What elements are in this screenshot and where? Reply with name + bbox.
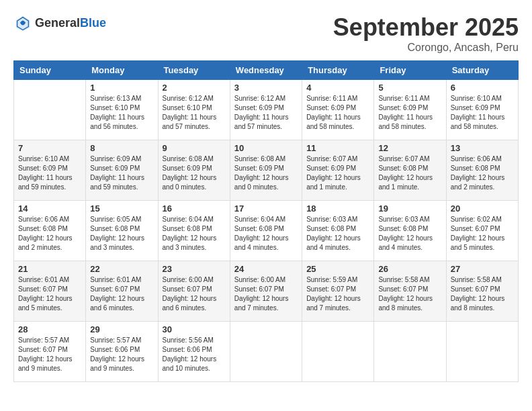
day-info: Sunrise: 6:08 AMSunset: 6:09 PMDaylight:… bbox=[234, 154, 298, 192]
day-number: 30 bbox=[163, 324, 226, 334]
day-info: Sunrise: 6:11 AMSunset: 6:09 PMDaylight:… bbox=[378, 94, 441, 132]
calendar-cell: 6Sunrise: 6:10 AMSunset: 6:09 PMDaylight… bbox=[446, 80, 518, 140]
calendar-cell: 12Sunrise: 6:07 AMSunset: 6:08 PMDayligh… bbox=[374, 140, 446, 201]
calendar-cell: 20Sunrise: 6:02 AMSunset: 6:07 PMDayligh… bbox=[446, 201, 518, 261]
day-number: 12 bbox=[378, 143, 441, 153]
calendar-cell: 16Sunrise: 6:04 AMSunset: 6:08 PMDayligh… bbox=[158, 201, 230, 261]
calendar-cell: 29Sunrise: 5:57 AMSunset: 6:06 PMDayligh… bbox=[86, 322, 158, 382]
calendar-cell: 19Sunrise: 6:03 AMSunset: 6:08 PMDayligh… bbox=[374, 201, 446, 261]
calendar-cell: 25Sunrise: 5:59 AMSunset: 6:07 PMDayligh… bbox=[302, 261, 374, 322]
calendar-cell bbox=[230, 322, 302, 382]
logo: General Blue bbox=[13, 13, 106, 32]
day-info: Sunrise: 5:56 AMSunset: 6:06 PMDaylight:… bbox=[163, 336, 226, 373]
day-number: 10 bbox=[234, 143, 298, 153]
day-info: Sunrise: 6:04 AMSunset: 6:08 PMDaylight:… bbox=[163, 215, 226, 253]
day-info: Sunrise: 6:02 AMSunset: 6:07 PMDaylight:… bbox=[451, 215, 514, 253]
day-number: 2 bbox=[163, 83, 226, 93]
day-info: Sunrise: 6:09 AMSunset: 6:09 PMDaylight:… bbox=[90, 154, 153, 192]
calendar-cell: 11Sunrise: 6:07 AMSunset: 6:09 PMDayligh… bbox=[302, 140, 374, 201]
calendar-cell: 28Sunrise: 5:57 AMSunset: 6:07 PMDayligh… bbox=[14, 322, 86, 382]
calendar-cell: 26Sunrise: 5:58 AMSunset: 6:07 PMDayligh… bbox=[374, 261, 446, 322]
day-number: 13 bbox=[451, 143, 514, 153]
calendar-cell: 30Sunrise: 5:56 AMSunset: 6:06 PMDayligh… bbox=[158, 322, 230, 382]
calendar-cell: 18Sunrise: 6:03 AMSunset: 6:08 PMDayligh… bbox=[302, 201, 374, 261]
title-area: September 2025 Corongo, Ancash, Peru bbox=[333, 13, 519, 54]
calendar-cell: 9Sunrise: 6:08 AMSunset: 6:09 PMDaylight… bbox=[158, 140, 230, 201]
day-number: 8 bbox=[90, 143, 153, 153]
calendar-cell: 13Sunrise: 6:06 AMSunset: 6:08 PMDayligh… bbox=[446, 140, 518, 201]
day-info: Sunrise: 6:07 AMSunset: 6:09 PMDaylight:… bbox=[306, 154, 369, 192]
day-number: 27 bbox=[451, 264, 514, 274]
weekday-header-saturday: Saturday bbox=[446, 61, 518, 80]
calendar-cell: 22Sunrise: 6:01 AMSunset: 6:07 PMDayligh… bbox=[86, 261, 158, 322]
month-title: September 2025 bbox=[333, 13, 519, 42]
day-number: 29 bbox=[90, 324, 153, 334]
day-info: Sunrise: 5:57 AMSunset: 6:06 PMDaylight:… bbox=[90, 336, 153, 373]
day-number: 17 bbox=[234, 203, 298, 214]
day-info: Sunrise: 6:06 AMSunset: 6:08 PMDaylight:… bbox=[18, 215, 81, 253]
day-info: Sunrise: 6:08 AMSunset: 6:09 PMDaylight:… bbox=[163, 154, 226, 192]
day-number: 1 bbox=[90, 83, 153, 93]
calendar-cell: 21Sunrise: 6:01 AMSunset: 6:07 PMDayligh… bbox=[14, 261, 86, 322]
logo-general: General bbox=[35, 16, 80, 30]
calendar-cell: 15Sunrise: 6:05 AMSunset: 6:08 PMDayligh… bbox=[86, 201, 158, 261]
calendar-week-row: 14Sunrise: 6:06 AMSunset: 6:08 PMDayligh… bbox=[14, 201, 519, 261]
calendar-cell: 4Sunrise: 6:11 AMSunset: 6:09 PMDaylight… bbox=[302, 80, 374, 140]
calendar-cell: 1Sunrise: 6:13 AMSunset: 6:10 PMDaylight… bbox=[86, 80, 158, 140]
day-info: Sunrise: 5:58 AMSunset: 6:07 PMDaylight:… bbox=[378, 275, 441, 313]
day-info: Sunrise: 6:05 AMSunset: 6:08 PMDaylight:… bbox=[90, 215, 153, 253]
day-info: Sunrise: 6:13 AMSunset: 6:10 PMDaylight:… bbox=[90, 94, 153, 132]
calendar-table: SundayMondayTuesdayWednesdayThursdayFrid… bbox=[13, 60, 519, 382]
day-number: 3 bbox=[234, 83, 298, 93]
calendar-week-row: 7Sunrise: 6:10 AMSunset: 6:09 PMDaylight… bbox=[14, 140, 519, 201]
day-number: 22 bbox=[90, 264, 153, 274]
location-title: Corongo, Ancash, Peru bbox=[333, 42, 519, 54]
day-number: 25 bbox=[306, 264, 369, 274]
weekday-header-friday: Friday bbox=[374, 61, 446, 80]
day-number: 18 bbox=[306, 203, 369, 214]
day-number: 5 bbox=[378, 83, 441, 93]
calendar-cell bbox=[14, 80, 86, 140]
day-number: 11 bbox=[306, 143, 369, 153]
calendar-cell: 3Sunrise: 6:12 AMSunset: 6:09 PMDaylight… bbox=[230, 80, 302, 140]
day-number: 6 bbox=[451, 83, 514, 93]
day-info: Sunrise: 6:11 AMSunset: 6:09 PMDaylight:… bbox=[306, 94, 369, 132]
calendar-cell bbox=[446, 322, 518, 382]
day-number: 16 bbox=[163, 203, 226, 214]
day-number: 21 bbox=[18, 264, 81, 274]
day-info: Sunrise: 6:00 AMSunset: 6:07 PMDaylight:… bbox=[234, 275, 298, 313]
calendar-week-row: 1Sunrise: 6:13 AMSunset: 6:10 PMDaylight… bbox=[14, 80, 519, 140]
day-info: Sunrise: 6:12 AMSunset: 6:10 PMDaylight:… bbox=[163, 94, 226, 132]
day-info: Sunrise: 6:04 AMSunset: 6:08 PMDaylight:… bbox=[234, 215, 298, 253]
day-number: 7 bbox=[18, 143, 81, 153]
calendar-cell: 17Sunrise: 6:04 AMSunset: 6:08 PMDayligh… bbox=[230, 201, 302, 261]
calendar-cell: 5Sunrise: 6:11 AMSunset: 6:09 PMDaylight… bbox=[374, 80, 446, 140]
day-number: 9 bbox=[163, 143, 226, 153]
day-number: 28 bbox=[18, 324, 81, 334]
day-info: Sunrise: 6:01 AMSunset: 6:07 PMDaylight:… bbox=[90, 275, 153, 313]
weekday-header-monday: Monday bbox=[86, 61, 158, 80]
day-info: Sunrise: 6:10 AMSunset: 6:09 PMDaylight:… bbox=[451, 94, 514, 132]
calendar-cell bbox=[302, 322, 374, 382]
weekday-header-wednesday: Wednesday bbox=[230, 61, 302, 80]
day-number: 26 bbox=[378, 264, 441, 274]
day-number: 23 bbox=[163, 264, 226, 274]
day-info: Sunrise: 5:59 AMSunset: 6:07 PMDaylight:… bbox=[306, 275, 369, 313]
day-info: Sunrise: 6:01 AMSunset: 6:07 PMDaylight:… bbox=[18, 275, 81, 313]
day-number: 19 bbox=[378, 203, 441, 214]
logo-blue: Blue bbox=[80, 16, 106, 30]
calendar-cell: 24Sunrise: 6:00 AMSunset: 6:07 PMDayligh… bbox=[230, 261, 302, 322]
calendar-week-row: 28Sunrise: 5:57 AMSunset: 6:07 PMDayligh… bbox=[14, 322, 519, 382]
day-info: Sunrise: 6:10 AMSunset: 6:09 PMDaylight:… bbox=[18, 154, 81, 192]
header: General Blue September 2025 Corongo, Anc… bbox=[13, 13, 519, 54]
day-info: Sunrise: 6:03 AMSunset: 6:08 PMDaylight:… bbox=[378, 215, 441, 253]
calendar-cell: 23Sunrise: 6:00 AMSunset: 6:07 PMDayligh… bbox=[158, 261, 230, 322]
day-number: 4 bbox=[306, 83, 369, 93]
weekday-header-sunday: Sunday bbox=[14, 61, 86, 80]
day-info: Sunrise: 6:12 AMSunset: 6:09 PMDaylight:… bbox=[234, 94, 298, 132]
calendar-cell: 14Sunrise: 6:06 AMSunset: 6:08 PMDayligh… bbox=[14, 201, 86, 261]
logo-text: General Blue bbox=[35, 16, 106, 30]
day-info: Sunrise: 6:00 AMSunset: 6:07 PMDaylight:… bbox=[163, 275, 226, 313]
day-number: 14 bbox=[18, 203, 81, 214]
day-number: 15 bbox=[90, 203, 153, 214]
